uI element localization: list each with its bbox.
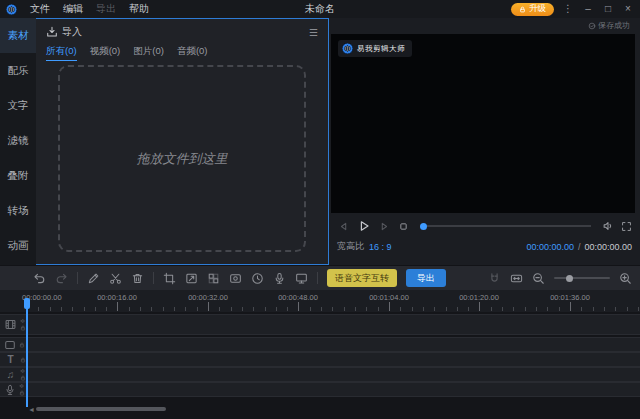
playhead-handle[interactable] [24, 298, 30, 309]
timeline-ruler[interactable]: 00:00:00.00 00:00:16.00 00:00:32.00 00:0… [0, 290, 640, 312]
voiceover-track-icon [4, 384, 16, 396]
track-mute-icon[interactable] [19, 383, 25, 389]
mosaic-icon[interactable] [207, 272, 220, 285]
timeline-tracks: T ♫ ◄ [0, 312, 640, 419]
track-lock-icon[interactable] [19, 342, 25, 348]
zoom-slider-thumb[interactable] [566, 275, 573, 282]
tab-video[interactable]: 视频(0) [90, 45, 121, 60]
undo-icon[interactable] [33, 272, 46, 285]
media-panel: 导入 ☰ 所有(0) 视频(0) 图片(0) 音频(0) 拖放文件到这里 [35, 18, 329, 265]
delete-icon[interactable] [131, 272, 144, 285]
watermark-logo-icon [342, 43, 353, 54]
fullscreen-icon[interactable] [621, 221, 632, 232]
seek-thumb[interactable] [420, 223, 427, 230]
ruler-ticks [27, 301, 640, 311]
tab-audio[interactable]: 音频(0) [177, 45, 208, 60]
watermark: 易我剪辑大师 [338, 40, 412, 57]
music-track-icon: ♫ [4, 369, 17, 380]
menu-edit[interactable]: 编辑 [63, 2, 83, 16]
tab-all[interactable]: 所有(0) [46, 45, 77, 61]
redo-icon [55, 272, 68, 285]
play-icon[interactable] [357, 219, 371, 233]
playhead-line [26, 299, 28, 407]
scroll-left-arrow-icon[interactable]: ◄ [28, 406, 35, 413]
track-lock-icon[interactable] [19, 390, 25, 396]
video-track-icon [4, 318, 17, 331]
list-view-icon[interactable]: ☰ [309, 27, 318, 38]
volume-icon[interactable] [602, 220, 614, 232]
save-status: 保存成功 [588, 20, 630, 31]
media-tabs: 所有(0) 视频(0) 图片(0) 音频(0) [36, 45, 328, 63]
crop-icon[interactable] [163, 272, 176, 285]
maximize-icon[interactable]: □ [602, 4, 614, 14]
dropzone-text: 拖放文件到这里 [137, 150, 228, 168]
zoom-out-icon[interactable] [532, 272, 545, 285]
tab-picture[interactable]: 图片(0) [133, 45, 164, 60]
zoom-clip-icon[interactable] [185, 272, 198, 285]
video-track[interactable] [0, 314, 640, 335]
music-track[interactable]: ♫ [0, 367, 640, 382]
voiceover-icon[interactable] [273, 272, 286, 285]
zoom-in-icon[interactable] [619, 272, 632, 285]
sidebar: 素材 配乐 文字 滤镜 叠附 转场 动画 [0, 18, 36, 265]
app-window: 文件 编辑 导出 帮助 未命名 升级 ⋮ – □ × 素材 配乐 文字 滤镜 叠… [0, 0, 640, 419]
import-button[interactable]: 导入 [62, 25, 82, 39]
horizontal-scrollbar[interactable] [36, 407, 166, 411]
menu-export: 导出 [96, 2, 116, 16]
sidebar-item-motion[interactable]: 动画 [0, 228, 36, 263]
upgrade-button[interactable]: 升级 [511, 3, 554, 16]
sidebar-item-text[interactable]: 文字 [0, 88, 36, 123]
sidebar-item-filters[interactable]: 滤镜 [0, 123, 36, 158]
aspect-ratio-label: 宽高比 [337, 240, 364, 253]
sidebar-item-media[interactable]: 素材 [0, 18, 36, 53]
file-dropzone[interactable]: 拖放文件到这里 [58, 65, 306, 252]
overlay-track-icon [4, 339, 16, 351]
close-icon[interactable]: × [622, 4, 634, 14]
timeline-zoom-slider[interactable] [554, 277, 610, 279]
timecode-current: 00:00:00.00 [526, 242, 574, 252]
export-button[interactable]: 导出 [406, 269, 446, 287]
split-icon[interactable] [109, 272, 122, 285]
import-icon[interactable] [46, 26, 58, 38]
screen-record-icon[interactable] [229, 272, 242, 285]
more-menu-icon[interactable]: ⋮ [562, 4, 574, 14]
sidebar-item-overlays[interactable]: 叠附 [0, 158, 36, 193]
timeline-toolbar: 语音文字互转 导出 [0, 265, 640, 290]
save-check-icon [588, 22, 596, 30]
seek-slider[interactable] [420, 223, 591, 230]
text-track[interactable]: T [0, 352, 640, 367]
video-viewport: 易我剪辑大师 [331, 34, 635, 213]
preview-panel: 保存成功 易我剪辑大师 宽高比 16 : 9 00:00:00.00 [329, 18, 640, 265]
timecode-total: 00:00:00.00 [584, 242, 632, 252]
upgrade-label: 升级 [529, 3, 546, 15]
stop-icon[interactable] [398, 221, 409, 232]
aspect-ratio-value[interactable]: 16 : 9 [369, 242, 392, 252]
sidebar-item-transitions[interactable]: 转场 [0, 193, 36, 228]
menu-file[interactable]: 文件 [30, 2, 50, 16]
minimize-icon[interactable]: – [582, 4, 594, 14]
overlay-track[interactable] [0, 337, 640, 352]
voice-text-convert-button[interactable]: 语音文字互转 [327, 269, 397, 287]
title-bar: 文件 编辑 导出 帮助 未命名 升级 ⋮ – □ × [0, 0, 640, 18]
magnet-snap-icon[interactable] [488, 272, 501, 285]
next-frame-icon[interactable] [378, 220, 391, 233]
menu-help[interactable]: 帮助 [129, 2, 149, 16]
fit-timeline-icon[interactable] [510, 272, 523, 285]
lock-icon [519, 6, 526, 13]
transport-controls [337, 219, 632, 233]
edit-icon[interactable] [87, 272, 100, 285]
app-logo-icon [6, 4, 17, 15]
screen-cast-icon[interactable] [295, 272, 308, 285]
voiceover-track[interactable] [0, 382, 640, 397]
sidebar-item-music[interactable]: 配乐 [0, 53, 36, 88]
duration-icon[interactable] [251, 272, 264, 285]
previous-frame-icon[interactable] [337, 220, 350, 233]
text-track-icon: T [4, 354, 17, 365]
